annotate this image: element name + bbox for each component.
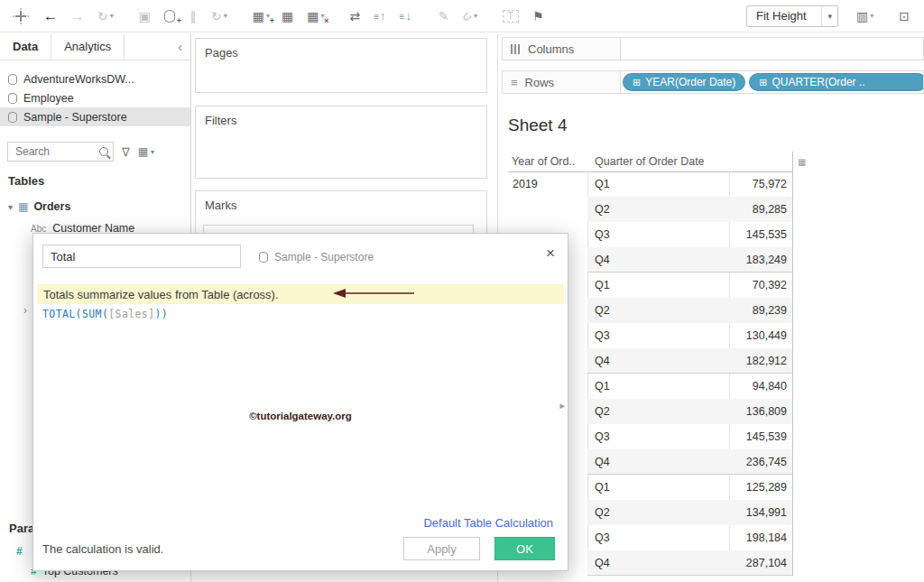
show-cards-button[interactable]: ▥ ▾ <box>856 10 873 23</box>
quarter-cell[interactable]: Q2 <box>587 399 729 424</box>
quarter-cell[interactable]: Q3 <box>587 323 729 348</box>
new-data-source-button[interactable]: + <box>164 10 177 23</box>
toolbar-icon-badge: × <box>324 17 328 25</box>
collapse-panel-button[interactable]: ‹ <box>170 33 190 60</box>
value-cell[interactable]: 136,809 <box>729 399 792 424</box>
value-cell[interactable]: 183,249 <box>729 247 792 273</box>
quarter-cell[interactable]: Q2 <box>587 197 729 222</box>
year-cell[interactable] <box>508 197 587 222</box>
quarter-cell[interactable]: Q3 <box>587 222 729 247</box>
tree-item-orders[interactable]: ▾ ▦ Orders <box>0 196 190 217</box>
tab-data[interactable]: Data <box>0 33 51 60</box>
database-icon <box>8 112 17 123</box>
table-row[interactable]: 2019 Q1 75,972 <box>508 171 792 197</box>
default-table-calculation-link[interactable]: Default Table Calculation <box>423 516 553 530</box>
text-type-icon: Abc <box>31 224 46 234</box>
watermark: ©tutorialgateway.org <box>33 411 568 421</box>
tableau-logo-icon[interactable] <box>13 8 29 24</box>
quarter-cell[interactable]: Q4 <box>587 449 729 475</box>
ok-button[interactable]: OK <box>494 537 555 560</box>
toolbar-icon-glyph: ✎ <box>439 10 449 23</box>
value-cell[interactable]: 198,184 <box>729 525 792 550</box>
search-input[interactable] <box>14 144 97 159</box>
value-cell[interactable]: 94,840 <box>729 374 792 399</box>
forward-button[interactable]: → <box>71 10 86 23</box>
save-button[interactable]: ▣ <box>139 10 152 23</box>
quarter-cell[interactable]: Q1 <box>587 374 729 399</box>
data-source-item[interactable]: AdventureWorksDW... <box>0 69 190 88</box>
toolbar-icon-glyph: ⊡ <box>899 10 910 23</box>
field-pill[interactable]: ⊞ QUARTER(Order .. <box>749 73 924 91</box>
value-cell[interactable]: 89,239 <box>729 298 792 323</box>
formula-editor[interactable]: TOTAL(SUM([Sales])) <box>42 308 168 320</box>
expander-icon[interactable]: ▸ <box>559 400 565 411</box>
back-button[interactable]: ← <box>43 9 60 23</box>
quarter-cell[interactable]: Q1 <box>587 475 729 500</box>
swap-rows-columns-button[interactable]: ⇄ <box>349 10 362 23</box>
quarter-cell[interactable]: Q1 <box>587 171 729 197</box>
duplicate-sheet-button[interactable]: ▦ <box>282 10 295 23</box>
pages-card[interactable]: Pages <box>195 38 487 93</box>
pin-button[interactable]: ⚑ <box>532 10 546 23</box>
pause-auto-updates-button[interactable]: ∥ <box>189 10 199 23</box>
column-header-quarter[interactable]: Quarter of Order Date <box>595 152 705 171</box>
value-cell[interactable]: 75,972 <box>729 171 792 197</box>
table-row[interactable]: Q2 89,285 <box>508 197 792 222</box>
quarter-cell[interactable]: Q1 <box>587 273 729 298</box>
chevron-right-icon[interactable]: › <box>23 304 27 317</box>
sort-ascending-button[interactable]: ↑ <box>374 10 387 22</box>
calculation-name-input[interactable] <box>42 245 241 268</box>
column-header-year[interactable]: Year of Ord.. <box>512 152 575 171</box>
value-cell[interactable]: 287,104 <box>729 550 792 576</box>
value-cell[interactable]: 125,289 <box>729 475 792 500</box>
rows-shelf-drop-area[interactable]: ⊞ YEAR(Order Date) ⊞ QUARTER(Order .. <box>621 70 924 94</box>
run-auto-updates-button[interactable]: ↻ ▾ <box>211 10 227 23</box>
quarter-cell[interactable]: Q4 <box>587 348 729 374</box>
quarter-cell[interactable]: Q4 <box>587 247 729 273</box>
value-cell[interactable]: 130,449 <box>729 323 792 348</box>
value-cell[interactable]: 145,539 <box>729 424 792 449</box>
paperclip-button[interactable]: ∪ ▾ <box>463 10 477 23</box>
new-worksheet-button[interactable]: ▦ + ▾ <box>253 10 270 23</box>
value-cell[interactable]: 134,991 <box>729 500 792 525</box>
toolbar-icon-glyph: ▥ <box>856 10 868 23</box>
data-source-item[interactable]: Employee <box>0 88 190 107</box>
search-box[interactable] <box>7 142 114 162</box>
quarter-cell[interactable]: Q2 <box>587 298 729 323</box>
formula-token: [Sales] <box>108 308 154 320</box>
quarter-cell[interactable]: Q3 <box>587 424 729 449</box>
clear-sheet-button[interactable]: ▦ × ▾ <box>307 10 324 23</box>
apply-button[interactable]: Apply <box>403 537 480 560</box>
value-cell[interactable]: 145,535 <box>729 222 792 247</box>
highlighter-button[interactable]: ✎ <box>439 10 451 23</box>
chevron-down-icon[interactable]: ▾ <box>8 202 13 212</box>
fit-dropdown[interactable]: Fit Height ▾ <box>746 5 838 27</box>
data-source-item[interactable]: Sample - Superstore <box>0 107 190 126</box>
field-labels-icon[interactable]: ▦ <box>798 157 806 167</box>
view-options-button[interactable]: ▦ ▾ <box>138 145 154 158</box>
filter-icon[interactable]: ∇ <box>122 145 130 159</box>
tab-analytics[interactable]: Analytics <box>51 33 125 60</box>
year-cell[interactable]: 2019 <box>508 171 587 197</box>
filters-card[interactable]: Filters <box>195 106 487 179</box>
columns-shelf-drop-area[interactable] <box>621 37 924 60</box>
quarter-cell[interactable]: Q4 <box>587 550 729 576</box>
panel-tabs: Data Analytics ‹ <box>0 33 190 60</box>
value-cell[interactable]: 182,912 <box>729 348 792 374</box>
close-icon[interactable]: × <box>546 245 555 263</box>
search-icon <box>99 147 108 156</box>
field-pill[interactable]: ⊞ YEAR(Order Date) <box>623 73 745 91</box>
show-mark-labels-button[interactable]: T <box>503 10 521 23</box>
replay-button[interactable]: ↻ ▾ <box>97 10 114 23</box>
value-cell[interactable]: 89,285 <box>729 197 792 222</box>
quarter-cell[interactable]: Q3 <box>587 525 729 550</box>
sort-descending-button[interactable]: ↓ <box>400 10 413 22</box>
quarter-cell[interactable]: Q2 <box>587 500 729 525</box>
value-cell[interactable]: 70,392 <box>729 273 792 298</box>
value-cell[interactable]: 236,745 <box>729 449 792 475</box>
field-pill-label: QUARTER(Order .. <box>772 76 864 88</box>
presentation-mode-button[interactable]: ⊡ <box>899 10 911 23</box>
columns-shelf-label: Columns <box>502 37 621 60</box>
toolbar-icon-glyph: ▦ <box>253 10 264 23</box>
tree-item-label: Orders <box>33 200 70 213</box>
